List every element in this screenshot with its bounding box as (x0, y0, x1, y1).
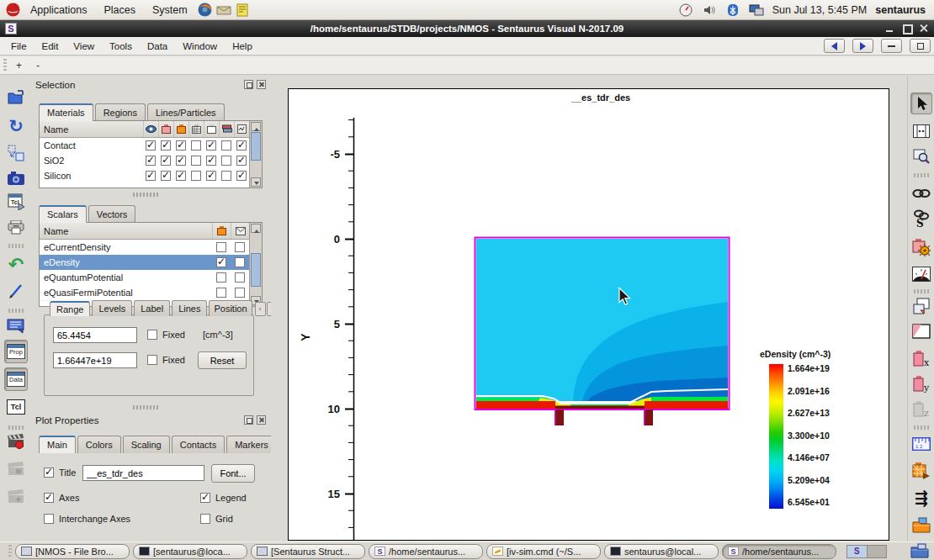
tab-lines[interactable]: Lines (172, 300, 207, 316)
scalars-scrollbar[interactable] (249, 223, 262, 306)
checkbox[interactable] (216, 288, 226, 298)
scalar-row[interactable]: eQuantumPotential (40, 270, 249, 285)
select-tool-button[interactable] (910, 92, 932, 114)
close-panel-button[interactable] (257, 80, 266, 89)
tab-vectors[interactable]: Vectors (88, 205, 136, 223)
checkbox[interactable] (236, 140, 247, 151)
checkbox[interactable] (146, 140, 156, 151)
scalar-row[interactable]: eCurrentDensity (40, 240, 249, 255)
range-min-fixed[interactable]: Fixed (147, 330, 185, 340)
toolbar-grip[interactable] (3, 59, 7, 72)
fill-icon[interactable] (158, 121, 173, 137)
cut-plane-icon[interactable] (911, 321, 931, 341)
tab-regions[interactable]: Regions (95, 103, 146, 121)
menu-places[interactable]: Places (97, 3, 142, 18)
bluetooth-icon[interactable] (725, 3, 740, 18)
cut-y-icon[interactable]: y (911, 374, 931, 394)
movie-add-frame-icon[interactable] (6, 488, 26, 508)
zoom-region-icon[interactable] (911, 146, 931, 166)
menu-tools[interactable]: Tools (102, 39, 140, 54)
grid-icon[interactable] (188, 121, 204, 137)
checkbox[interactable] (235, 257, 245, 267)
link-selection-icon[interactable]: S (911, 209, 931, 229)
plot-canvas[interactable]: __es_tdr_des -5 0 5 10 15 Y (288, 88, 889, 541)
minimize-button[interactable] (885, 24, 895, 34)
checkbox[interactable] (206, 156, 216, 166)
open-file-icon[interactable] (6, 87, 26, 108)
checkbox[interactable] (191, 171, 201, 181)
axes-checkbox[interactable] (44, 493, 54, 503)
checkbox[interactable] (206, 171, 216, 181)
window-titlebar[interactable]: S /home/sentaurus/STDB/projects/NMOS - S… (0, 20, 934, 37)
back-button[interactable] (824, 39, 845, 53)
tab-range[interactable]: Range (50, 301, 90, 316)
fixed-checkbox[interactable] (147, 355, 157, 365)
checkbox[interactable] (216, 257, 226, 267)
forward-button[interactable] (852, 39, 873, 53)
material-row-sio2[interactable]: SiO2 (40, 153, 249, 168)
mesh-icon[interactable] (173, 121, 188, 137)
menu-edit[interactable]: Edit (34, 39, 66, 54)
menu-window[interactable]: Window (175, 39, 225, 54)
checkbox[interactable] (161, 171, 171, 181)
workspace-1[interactable]: S (847, 546, 867, 557)
title-checkbox[interactable] (44, 468, 54, 478)
reset-view-icon[interactable] (6, 143, 26, 163)
panel-splitter[interactable] (133, 193, 158, 197)
reload-icon[interactable]: ↻ (6, 116, 26, 136)
material-row-contact[interactable]: Contact (40, 138, 249, 153)
close-panel-button[interactable] (257, 415, 266, 425)
checkbox[interactable] (206, 140, 216, 151)
close-button[interactable] (919, 24, 929, 34)
plot-title-input[interactable] (82, 465, 204, 481)
ruler-icon[interactable]: 1 2 (911, 434, 931, 454)
checkbox[interactable] (216, 272, 226, 283)
tcl-console-toggle[interactable]: Tcl (4, 395, 28, 419)
font-button[interactable]: Font... (211, 464, 255, 483)
fixed-checkbox[interactable] (147, 330, 157, 340)
data-panel-toggle[interactable]: Data (4, 367, 28, 391)
checkbox[interactable] (235, 288, 245, 298)
fill-icon[interactable] (212, 223, 231, 239)
checkbox[interactable] (236, 156, 247, 166)
copy-window-icon[interactable] (911, 296, 931, 316)
range-max-fixed[interactable]: Fixed (147, 355, 185, 365)
legend-checkbox[interactable] (200, 493, 210, 503)
run-tcl-script-icon[interactable]: Tcl (6, 192, 26, 212)
taskbar-item-sentaurus-active[interactable]: S /home/sentaurus... (722, 544, 836, 559)
split-view-icon[interactable] (911, 121, 931, 141)
float-panel-button[interactable] (244, 80, 253, 89)
checkbox[interactable] (176, 140, 186, 151)
undo-icon[interactable]: ↶ (6, 254, 26, 274)
tab-levels[interactable]: Levels (92, 300, 132, 316)
cut-x-icon[interactable]: x (911, 349, 931, 369)
taskbar-item-sentaurus-1[interactable]: S /home/sentaurus... (369, 544, 483, 559)
zoom-in-button[interactable]: + (12, 59, 26, 72)
logged-in-user[interactable]: sentaurus (875, 4, 926, 16)
checkbox[interactable] (221, 140, 231, 151)
tab-colors[interactable]: Colors (77, 436, 121, 453)
materials-name-header[interactable]: Name (40, 124, 143, 135)
snapshot-icon[interactable] (6, 168, 26, 188)
taskbar-item-terminal-2[interactable]: sentaurus@local... (604, 544, 719, 559)
tab-position[interactable]: Position (209, 300, 252, 316)
messages-log-icon[interactable] (6, 316, 26, 336)
editor-launcher-icon[interactable] (235, 3, 250, 18)
checkbox[interactable] (176, 171, 186, 181)
checkbox[interactable] (191, 156, 201, 166)
menu-file[interactable]: File (3, 39, 34, 54)
checkbox[interactable] (216, 242, 226, 252)
volume-icon[interactable] (702, 3, 717, 18)
checkbox[interactable] (161, 156, 171, 166)
visibility-icon[interactable] (143, 121, 158, 137)
tab-label[interactable]: Label (134, 300, 170, 316)
grid-checkbox[interactable] (200, 514, 210, 524)
checkbox[interactable] (191, 140, 201, 151)
device-structure[interactable] (475, 238, 730, 426)
axes-toggle[interactable]: Axes (44, 493, 79, 503)
checkbox[interactable] (176, 156, 186, 166)
browser-launcher-icon[interactable] (198, 3, 213, 18)
tab-main[interactable]: Main (39, 436, 76, 453)
tab-scaling[interactable]: Scaling (123, 436, 170, 453)
movie-record-icon[interactable] (6, 432, 26, 452)
